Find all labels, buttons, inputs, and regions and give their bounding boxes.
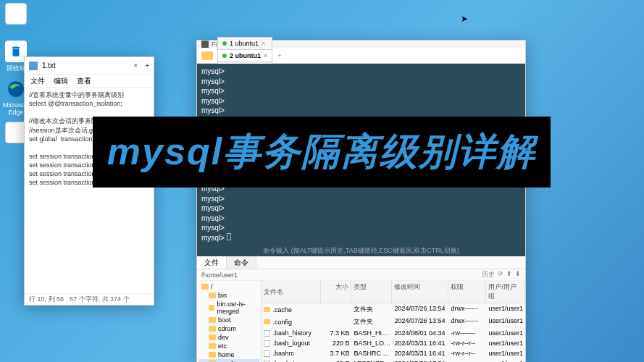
file-row[interactable]: .bash_history7.3 KBBASH_HI…2024/08/01 04… — [262, 328, 525, 338]
status-dot-icon — [222, 54, 227, 58]
menu-file[interactable]: 文件 — [30, 76, 45, 86]
input-hint: 命令输入 (按ALT键提示历史,TAB键路径,ESC键返回,双击CTRL切换) — [197, 246, 525, 255]
tree-node[interactable]: boot — [198, 316, 259, 324]
file-header: 文件名 大小 类型 修改时间 权限 用户/用户组 — [262, 281, 525, 303]
menu-view[interactable]: 查看 — [77, 76, 91, 86]
desktop-icon[interactable] — [3, 3, 29, 26]
notepad-statusbar: 行 10, 列 58 57 个字符, 共 374 个 — [25, 293, 154, 305]
menu-edit[interactable]: 编辑 — [54, 76, 68, 86]
folder-icon — [209, 292, 216, 298]
folder-icon — [209, 305, 214, 311]
file-row[interactable]: .lesshst20 BLESSHST …2024/07/30 17:34-rw… — [262, 358, 525, 362]
new-tab-icon[interactable]: + — [145, 62, 149, 70]
download-icon[interactable]: ⬇ — [515, 270, 521, 279]
file-icon — [264, 340, 270, 347]
file-panel: 文件 命令 /home/user1 历史 ⟳ ⬆ ⬇ /binbin.usr-i… — [197, 256, 525, 362]
file-row[interactable]: .cache文件夹2024/07/26 13:54drwx------user1… — [262, 303, 525, 316]
history-label[interactable]: 历史 — [482, 270, 495, 279]
notepad-menu: 文件 编辑 查看 — [25, 75, 154, 88]
folder-icon — [201, 284, 209, 290]
folder-icon — [209, 326, 216, 332]
dir-tree[interactable]: /binbin.usr-is-mergedbootcdromdevetchome… — [197, 281, 262, 362]
folder-icon — [209, 317, 216, 323]
notepad-titlebar[interactable]: 1.txt × + — [25, 57, 154, 75]
file-icon — [264, 350, 270, 357]
folder-icon — [209, 334, 216, 340]
folder-icon[interactable] — [201, 51, 213, 60]
path-bar: /home/user1 历史 ⟳ ⬆ ⬇ — [197, 269, 525, 281]
status-dot-icon — [222, 41, 227, 46]
file-row[interactable]: .bash_logout220 BBASH_LO…2024/03/31 16:4… — [262, 338, 525, 348]
tree-node[interactable]: etc — [198, 342, 259, 350]
close-tab-icon[interactable]: × — [133, 62, 138, 70]
finalshell-window: FinalShell 4.3.10 1 ubuntu1×2 ubuntu1×3 … — [196, 40, 526, 362]
upload-icon[interactable]: ⬆ — [506, 270, 512, 279]
notepad-icon — [29, 62, 38, 70]
tree-node[interactable]: bin — [198, 291, 259, 300]
tree-node[interactable]: / — [198, 282, 259, 291]
tree-node[interactable]: bin.usr-is-merged — [198, 300, 259, 316]
file-row[interactable]: .config文件夹2024/07/26 13:54drwx------user… — [262, 316, 525, 328]
refresh-icon[interactable]: ⟳ — [498, 270, 503, 279]
folder-icon — [264, 319, 270, 324]
file-icon — [264, 330, 270, 337]
notepad-title: 1.txt — [42, 62, 56, 70]
close-icon[interactable]: × — [262, 40, 265, 47]
close-icon[interactable]: × — [264, 52, 267, 59]
file-list[interactable]: 文件名 大小 类型 修改时间 权限 用户/用户组 .cache文件夹2024/0… — [262, 281, 525, 362]
folder-icon — [209, 352, 216, 358]
folder-icon — [264, 307, 270, 312]
app-icon — [201, 41, 209, 48]
tree-node[interactable]: home — [198, 350, 259, 359]
tree-node[interactable]: user1 — [198, 359, 259, 362]
session-tab[interactable]: 2 ubuntu1× — [217, 49, 272, 62]
session-tabs: 1 ubuntu1×2 ubuntu1×3 ubuntu1× + — [197, 48, 525, 64]
file-row[interactable]: .bashrc3.7 KBBASHRC …2024/03/31 16:41-rw… — [262, 348, 525, 358]
cursor-icon: ➤ — [461, 14, 468, 24]
tab-files[interactable]: 文件 — [197, 256, 227, 269]
tree-node[interactable]: cdrom — [198, 324, 259, 333]
folder-icon — [209, 343, 216, 349]
session-tab[interactable]: 1 ubuntu1× — [217, 37, 272, 49]
tree-node[interactable]: dev — [198, 333, 259, 342]
tab-commands[interactable]: 命令 — [227, 256, 256, 269]
add-tab-icon[interactable]: + — [273, 52, 285, 59]
svg-point-0 — [8, 81, 24, 97]
video-title-overlay: mysql事务隔离级别详解 — [93, 117, 551, 188]
